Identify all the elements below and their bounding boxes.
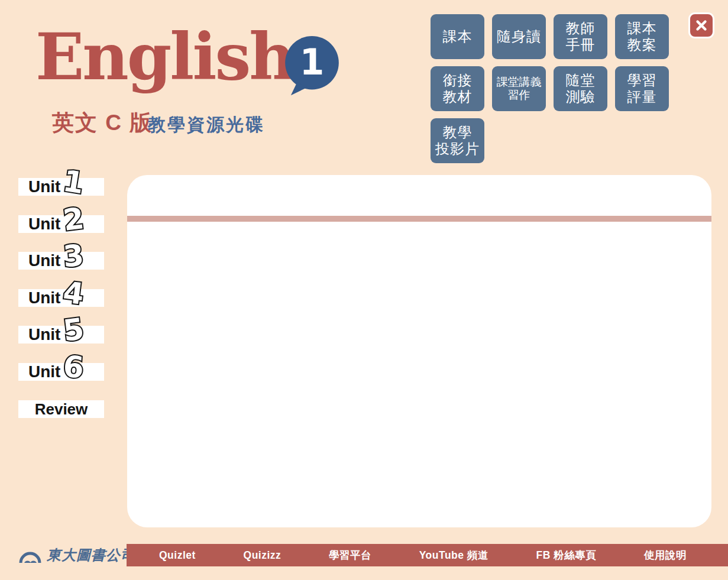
resource-button-label: 課堂講義 習作 — [497, 76, 542, 102]
resource-button-label: 教學 投影片 — [435, 124, 480, 158]
level-badge: 1 — [283, 34, 341, 98]
review-tab[interactable]: Review — [18, 400, 104, 418]
unit-label: Unit — [28, 289, 60, 307]
unit-3-tab[interactable]: Unit 3 — [18, 252, 104, 270]
unit-number: 4 — [62, 277, 86, 309]
resource-button-bridging-material[interactable]: 銜接 教材 — [431, 66, 484, 111]
resource-button-teaching-slides[interactable]: 教學 投影片 — [431, 118, 484, 163]
disc-subtitle: 教學資源光碟 — [148, 113, 265, 137]
resource-button-label: 隨身讀 — [497, 28, 541, 45]
unit-number: 1 — [61, 166, 86, 199]
company-logo: 東大圖書公司 — [18, 544, 135, 566]
resource-button-label: 教師 手冊 — [566, 20, 596, 54]
unit-label: Unit — [28, 252, 60, 270]
resource-button-quiz[interactable]: 隨堂 測驗 — [554, 66, 607, 111]
unit-label: Unit — [28, 178, 60, 196]
resource-button-pocket-reader[interactable]: 隨身讀 — [492, 14, 546, 59]
resource-button-textbook[interactable]: 課本 — [431, 14, 484, 59]
footer-link-fb-fanpage[interactable]: FB 粉絲專頁 — [536, 548, 597, 562]
resource-button-label: 銜接 教材 — [443, 72, 473, 106]
footer-link-quizlet[interactable]: Quizlet — [159, 549, 196, 562]
resource-button-assessment[interactable]: 學習 評量 — [615, 66, 669, 111]
resource-button-grid: 課本 隨身讀 教師 手冊 課本 教案 銜接 教材 課堂講義 習作 隨堂 測驗 學… — [431, 14, 669, 163]
footer-link-user-guide[interactable]: 使用說明 — [644, 548, 687, 562]
app-logo-text: English — [35, 20, 294, 93]
footer-link-youtube-channel[interactable]: YouTube 頻道 — [419, 548, 488, 562]
unit-4-tab[interactable]: Unit 4 — [18, 289, 104, 307]
close-icon — [694, 18, 709, 33]
content-divider — [127, 216, 711, 222]
unit-number: 2 — [62, 203, 86, 235]
unit-number: 6 — [62, 352, 85, 383]
footer-link-quizizz[interactable]: Quizizz — [244, 549, 282, 562]
unit-number: 5 — [62, 314, 86, 346]
resource-button-label: 課本 — [443, 28, 473, 45]
arch-bridge-icon — [18, 545, 43, 565]
resource-button-label: 隨堂 測驗 — [566, 72, 596, 106]
resource-button-label: 課本 教案 — [627, 20, 657, 54]
resource-button-label: 學習 評量 — [627, 72, 657, 106]
footer-link-learning-platform[interactable]: 學習平台 — [329, 548, 371, 562]
footer-link-bar: Quizlet Quizizz 學習平台 YouTube 頻道 FB 粉絲專頁 … — [127, 544, 728, 566]
content-panel — [127, 175, 711, 527]
app-root: English 1 英文 C 版 教學資源光碟 課本 隨身讀 教師 手冊 課本 … — [0, 0, 728, 580]
unit-label: Unit — [28, 326, 60, 344]
unit-5-tab[interactable]: Unit 5 — [18, 326, 104, 344]
series-label: 英文 C 版 — [52, 108, 153, 138]
close-button[interactable] — [688, 12, 714, 38]
unit-1-tab[interactable]: Unit 1 — [18, 178, 104, 196]
unit-6-tab[interactable]: Unit 6 — [18, 363, 104, 381]
unit-label: Unit — [28, 215, 60, 233]
resource-button-lesson-plan[interactable]: 課本 教案 — [615, 14, 669, 59]
resource-button-class-handout-workbook[interactable]: 課堂講義 習作 — [492, 66, 546, 111]
unit-label: Unit — [28, 363, 60, 381]
review-label: Review — [18, 400, 104, 418]
company-name: 東大圖書公司 — [47, 546, 135, 565]
resource-button-teacher-manual[interactable]: 教師 手冊 — [554, 14, 607, 59]
unit-2-tab[interactable]: Unit 2 — [18, 215, 104, 233]
unit-number: 3 — [62, 241, 85, 272]
level-number: 1 — [300, 42, 325, 83]
